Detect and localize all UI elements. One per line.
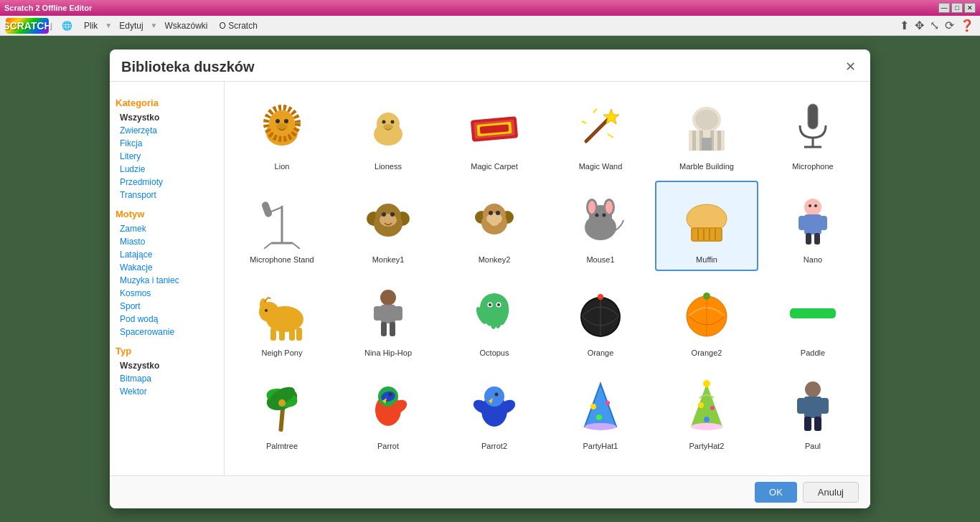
sidebar-item-walking[interactable]: Spacerowanie <box>116 326 218 338</box>
sprite-cell-palmtree[interactable]: Palmtree <box>230 367 334 457</box>
close-button[interactable]: ✕ <box>964 3 976 13</box>
sprite-cell-nina-hip-hop[interactable]: Nina Hip-Hop <box>336 274 440 364</box>
menu-bar: SCRATCH 🌐 Plik ▼ Edytuj ▼ Wskazówki O Sc… <box>0 16 980 36</box>
sprite-cell-partyhat2[interactable]: PartyHat2 <box>655 367 758 457</box>
sprite-cell-paddle[interactable]: Paddle <box>761 274 864 364</box>
sprite-cell-parrot2[interactable]: Parrot2 <box>443 367 546 457</box>
dialog-overlay: Biblioteka duszków ✕ Kategoria Wszystko … <box>0 36 980 522</box>
sidebar-item-transport[interactable]: Transport <box>116 189 218 201</box>
sidebar-item-letters[interactable]: Litery <box>116 150 218 163</box>
sprite-label-lion: Lion <box>275 162 290 171</box>
maximize-button[interactable]: □ <box>951 3 963 13</box>
svg-point-136 <box>704 417 710 422</box>
svg-rect-142 <box>820 398 829 414</box>
sprite-image-parrot2 <box>462 374 527 439</box>
upload-icon[interactable]: ⬆ <box>900 19 909 32</box>
sidebar-item-city[interactable]: Miasto <box>116 235 218 248</box>
sprite-image-parrot <box>356 374 420 439</box>
type-section-title: Typ <box>116 346 218 356</box>
sprite-cell-orange2[interactable]: Orange2 <box>655 274 758 364</box>
sprite-image-magic-wand <box>568 95 633 159</box>
sidebar-item-space[interactable]: Kosmos <box>116 287 218 300</box>
sprite-image-magic-carpet <box>462 95 527 159</box>
svg-line-35 <box>293 243 300 249</box>
sidebar-item-vector[interactable]: Wektor <box>116 385 218 398</box>
svg-point-135 <box>710 406 715 410</box>
svg-rect-23 <box>692 130 696 151</box>
sprite-label-orange: Orange <box>588 348 614 357</box>
svg-point-134 <box>698 402 704 408</box>
sprite-cell-partyhat1[interactable]: PartyHat1 <box>549 367 652 457</box>
sprite-cell-mouse1[interactable]: Mouse1 <box>549 181 652 271</box>
svg-point-60 <box>603 214 606 217</box>
svg-point-43 <box>382 212 386 217</box>
sprite-cell-parrot[interactable]: Parrot <box>336 367 440 457</box>
file-menu[interactable]: Plik <box>80 19 102 32</box>
sidebar-item-all[interactable]: Wszystko <box>116 111 218 124</box>
sprite-cell-paul[interactable]: Paul <box>761 367 864 457</box>
sidebar-item-people[interactable]: Ludzie <box>116 163 218 176</box>
sidebar-item-things[interactable]: Przedmioty <box>116 176 218 189</box>
sprite-cell-microphone[interactable]: Microphone <box>761 87 864 178</box>
sprite-cell-orange[interactable]: Orange <box>549 274 652 364</box>
sidebar-item-sport[interactable]: Sport <box>116 300 218 313</box>
sidebar-item-flying[interactable]: Latające <box>116 248 218 261</box>
sidebar-item-animals[interactable]: Zwierzęta <box>116 124 218 137</box>
sidebar: Kategoria Wszystko Zwierzęta Fikcja Lite… <box>110 82 225 475</box>
svg-point-75 <box>809 204 811 207</box>
sprite-image-octopus <box>462 281 527 346</box>
svg-point-84 <box>265 309 268 312</box>
sidebar-item-castle[interactable]: Zamek <box>116 222 218 235</box>
tips-menu[interactable]: Wskazówki <box>161 19 212 32</box>
sidebar-item-fiction[interactable]: Fikcja <box>116 137 218 150</box>
sprite-cell-muffin[interactable]: Muffin <box>655 181 758 271</box>
sprite-cell-lioness[interactable]: Lioness <box>336 87 440 178</box>
sprite-cell-marble-building[interactable]: Marble Building <box>655 87 758 178</box>
globe-menu[interactable]: 🌐 <box>57 19 77 32</box>
sprite-label-magic-carpet: Magic Carpet <box>471 162 517 171</box>
svg-point-131 <box>596 414 602 420</box>
sprite-image-lion <box>250 95 314 159</box>
sprite-cell-magic-wand[interactable]: Magic Wand <box>549 87 652 178</box>
sprite-cell-neigh-pony[interactable]: Neigh Pony <box>230 274 334 364</box>
ok-button[interactable]: OK <box>755 482 797 503</box>
svg-point-4 <box>284 119 288 123</box>
sidebar-item-holiday[interactable]: Wakacje <box>116 261 218 274</box>
svg-rect-79 <box>270 328 276 341</box>
sprite-cell-monkey1[interactable]: Monkey1 <box>336 181 440 271</box>
title-bar-text: Scratch 2 Offline Editor <box>4 4 92 12</box>
cancel-button[interactable]: Anuluj <box>803 482 859 503</box>
sprite-image-lioness <box>356 95 420 159</box>
svg-point-51 <box>496 211 500 215</box>
sprite-cell-lion[interactable]: Lion <box>230 87 334 178</box>
rotate-icon[interactable]: ⟳ <box>945 19 954 32</box>
about-menu[interactable]: O Scratch <box>215 19 262 32</box>
svg-line-19 <box>582 121 586 123</box>
edit-menu[interactable]: Edytuj <box>115 19 147 32</box>
sprite-label-nina-hip-hop: Nina Hip-Hop <box>364 348 412 357</box>
sidebar-item-type-all[interactable]: Wszystko <box>116 359 218 372</box>
dialog-title: Biblioteka duszków <box>121 59 255 75</box>
sprite-area[interactable]: LionLionessMagic CarpetMagic WandMarble … <box>225 82 870 475</box>
svg-rect-140 <box>804 397 821 418</box>
sidebar-item-bitmap[interactable]: Bitmapa <box>116 372 218 385</box>
dialog-body: Kategoria Wszystko Zwierzęta Fikcja Lite… <box>110 82 870 475</box>
sprite-cell-magic-carpet[interactable]: Magic Carpet <box>443 87 546 178</box>
minimize-button[interactable]: — <box>938 3 950 13</box>
sprite-cell-nano[interactable]: Nano <box>761 181 864 271</box>
svg-point-9 <box>391 120 395 124</box>
help-icon[interactable]: ❓ <box>960 19 974 32</box>
sprite-cell-microphone-stand[interactable]: Microphone Stand <box>230 181 334 271</box>
resize-icon[interactable]: ⤡ <box>930 19 939 32</box>
move-icon[interactable]: ✥ <box>915 19 924 32</box>
dialog-close-button[interactable]: ✕ <box>842 58 859 75</box>
title-bar: Scratch 2 Offline Editor — □ ✕ <box>0 0 980 16</box>
sidebar-item-underwater[interactable]: Pod wodą <box>116 313 218 326</box>
sprite-cell-octopus[interactable]: Octopus <box>443 274 546 364</box>
svg-point-130 <box>606 401 610 405</box>
sprite-label-mouse1: Mouse1 <box>586 255 614 264</box>
sprite-image-microphone <box>781 95 845 159</box>
sidebar-item-music[interactable]: Muzyka i taniec <box>116 274 218 287</box>
category-section-title: Kategoria <box>116 98 218 108</box>
sprite-cell-monkey2[interactable]: Monkey2 <box>443 181 546 271</box>
